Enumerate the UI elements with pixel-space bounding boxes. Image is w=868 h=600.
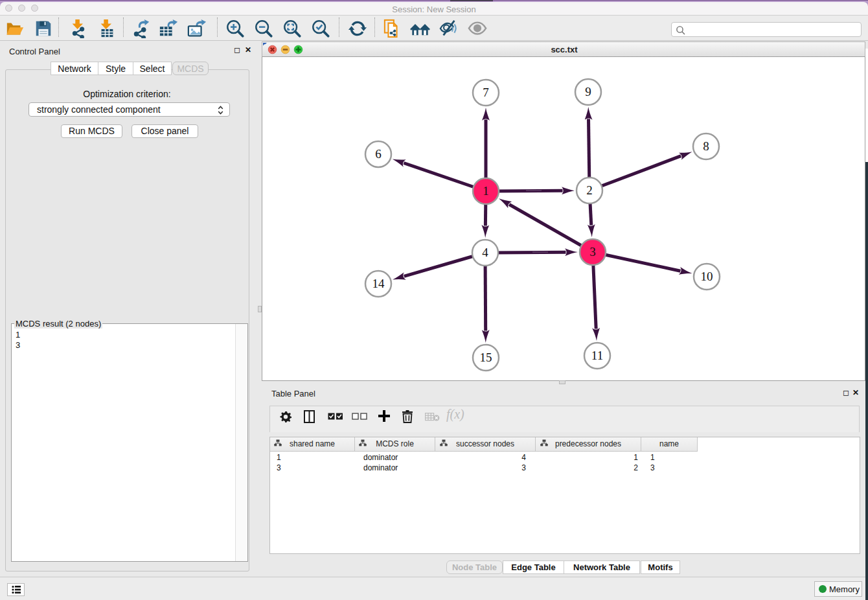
svg-text:6: 6 bbox=[375, 147, 382, 161]
svg-text:1: 1 bbox=[483, 184, 489, 198]
svg-text:8: 8 bbox=[703, 139, 709, 153]
svg-text:4: 4 bbox=[482, 246, 488, 259]
svg-text:14: 14 bbox=[372, 277, 385, 290]
svg-text:10: 10 bbox=[701, 270, 713, 283]
svg-text:15: 15 bbox=[480, 351, 492, 364]
svg-text:3: 3 bbox=[589, 245, 596, 259]
svg-text:2: 2 bbox=[586, 183, 593, 197]
svg-text:9: 9 bbox=[585, 85, 591, 98]
svg-text:11: 11 bbox=[591, 349, 603, 362]
svg-text:7: 7 bbox=[483, 86, 489, 99]
